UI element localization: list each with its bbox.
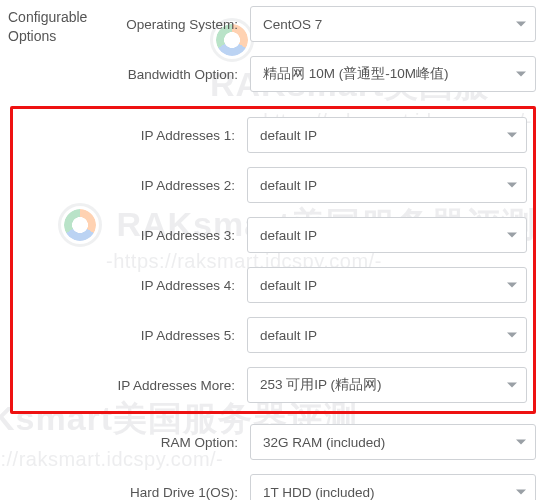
row-ip4: IP Addresses 4: default IP [19,267,527,303]
row-ram: RAM Option: 32G RAM (included) [10,424,536,460]
select-ip2-value: default IP [260,178,317,193]
highlight-box-ip: IP Addresses 1: default IP IP Addresses … [10,106,536,414]
row-ip3: IP Addresses 3: default IP [19,217,527,253]
chevron-down-icon [516,490,526,495]
row-ip1: IP Addresses 1: default IP [19,117,527,153]
select-harddrive1-value: 1T HDD (included) [263,485,375,500]
chevron-down-icon [507,333,517,338]
label-ip5: IP Addresses 5: [19,328,247,343]
select-ipmore[interactable]: 253 可用IP (精品网) [247,367,527,403]
label-ipmore: IP Addresses More: [19,378,247,393]
chevron-down-icon [507,183,517,188]
label-ip4: IP Addresses 4: [19,278,247,293]
chevron-down-icon [516,440,526,445]
select-ram[interactable]: 32G RAM (included) [250,424,536,460]
select-os[interactable]: CentOS 7 [250,6,536,42]
label-harddrive1: Hard Drive 1(OS): [10,485,250,500]
section-heading-line1: Configurable [8,9,87,25]
select-ip5-value: default IP [260,328,317,343]
chevron-down-icon [507,383,517,388]
select-ip4-value: default IP [260,278,317,293]
label-bandwidth: Bandwidth Option: [10,67,250,82]
select-ip2[interactable]: default IP [247,167,527,203]
label-ip2: IP Addresses 2: [19,178,247,193]
row-harddrive1: Hard Drive 1(OS): 1T HDD (included) [10,474,536,500]
select-ip3[interactable]: default IP [247,217,527,253]
chevron-down-icon [516,72,526,77]
select-bandwidth-value: 精品网 10M (普通型-10M峰值) [263,65,449,83]
select-ip3-value: default IP [260,228,317,243]
select-ipmore-value: 253 可用IP (精品网) [260,376,382,394]
label-ram: RAM Option: [10,435,250,450]
select-ip1[interactable]: default IP [247,117,527,153]
select-ip1-value: default IP [260,128,317,143]
row-bandwidth: Bandwidth Option: 精品网 10M (普通型-10M峰值) [10,56,536,92]
select-ip4[interactable]: default IP [247,267,527,303]
row-ipmore: IP Addresses More: 253 可用IP (精品网) [19,367,527,403]
chevron-down-icon [516,22,526,27]
chevron-down-icon [507,283,517,288]
label-ip1: IP Addresses 1: [19,128,247,143]
select-harddrive1[interactable]: 1T HDD (included) [250,474,536,500]
chevron-down-icon [507,133,517,138]
row-os: Operating System: CentOS 7 [10,6,536,42]
label-ip3: IP Addresses 3: [19,228,247,243]
section-heading: Configurable Options [8,8,87,46]
section-heading-line2: Options [8,28,56,44]
row-ip2: IP Addresses 2: default IP [19,167,527,203]
select-bandwidth[interactable]: 精品网 10M (普通型-10M峰值) [250,56,536,92]
chevron-down-icon [507,233,517,238]
select-os-value: CentOS 7 [263,17,322,32]
select-ram-value: 32G RAM (included) [263,435,385,450]
row-ip5: IP Addresses 5: default IP [19,317,527,353]
select-ip5[interactable]: default IP [247,317,527,353]
